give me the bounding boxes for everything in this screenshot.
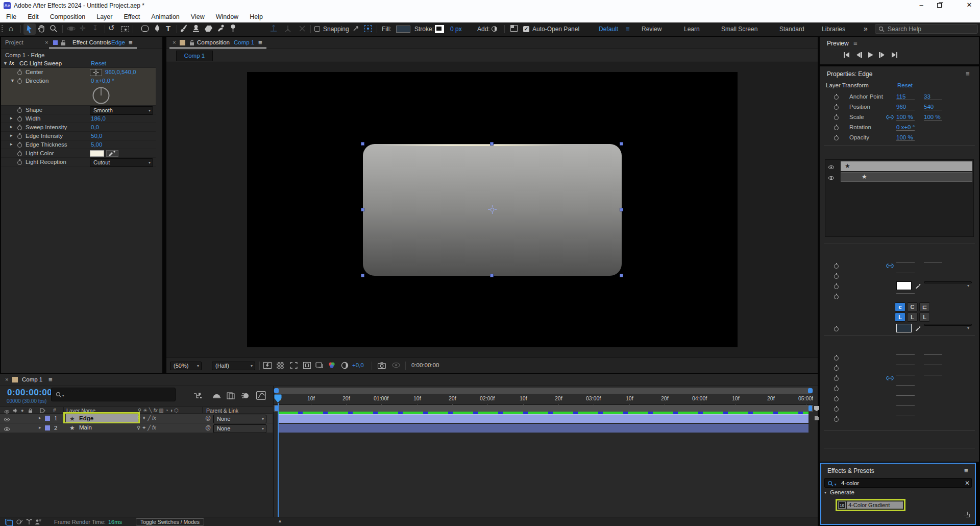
show-snapshot-icon[interactable] [392,362,401,368]
stroke-color-swatch[interactable] [896,281,912,290]
menu-effect[interactable]: Effect [124,13,140,20]
eye-icon[interactable] [4,427,10,431]
comp-marker-bin-icon[interactable] [814,405,820,412]
row-center[interactable]: Center 960,0,540,0 [1,68,156,77]
menu-window[interactable]: Window [216,13,238,20]
value-y[interactable] [924,365,942,365]
effect-reset-link[interactable]: Reset [91,60,106,66]
parent-dropdown[interactable]: None▾ [213,424,266,433]
value-y[interactable] [924,262,942,263]
direction-dial[interactable] [92,86,110,105]
menu-edit[interactable]: Edit [28,13,39,20]
motion-blur-icon[interactable] [241,392,250,399]
property-row[interactable]: Rotation 0 x+0 ° [820,123,979,133]
sweep-intensity-value[interactable]: 0,0 [91,124,99,130]
workspace-small-screen[interactable]: Small Screen [721,26,757,33]
property-row[interactable] [820,261,979,271]
effects-presets-title[interactable]: Effects & Presets [827,467,874,474]
close-button[interactable]: ✕ [962,0,977,11]
effect-header-row[interactable]: ▼ fx CC Light Sweep Reset [1,59,156,68]
line-cap-projecting-button[interactable]: ⊏ [919,302,930,312]
workspace-menu-icon[interactable]: ≡ [626,25,630,33]
minimize-button[interactable]: – [914,0,929,11]
home-icon[interactable]: ⌂ [9,24,13,33]
tab-close-icon[interactable]: × [5,376,9,382]
tab-project-close-icon[interactable]: × [45,39,48,45]
menu-file[interactable]: File [6,13,16,20]
workspace-overflow-icon[interactable]: » [864,25,868,33]
panel-icon[interactable] [510,25,518,32]
value[interactable] [896,405,915,406]
puppet-pin-tool[interactable] [230,24,236,33]
eyedropper-button[interactable] [106,150,118,157]
property-row[interactable] [820,271,979,281]
selection-handle[interactable] [490,142,494,146]
effect-name[interactable]: CC Light Sweep [19,60,62,66]
magnification-dropdown[interactable]: (50%)▾ [170,362,202,370]
property-row-stroke-color[interactable]: ▾ [820,281,979,292]
navigator-start-handle[interactable] [274,388,279,393]
channel-icon[interactable] [328,362,336,369]
menu-composition[interactable]: Composition [50,13,85,20]
property-row[interactable] [820,373,979,384]
property-row[interactable] [820,404,979,414]
selection-handle[interactable] [490,274,494,277]
value[interactable] [896,385,915,386]
play-button[interactable] [868,52,873,58]
view-axis-mode[interactable] [298,24,306,33]
property-row[interactable] [820,353,979,363]
selection-handle[interactable] [361,274,364,277]
property-row[interactable] [820,414,979,424]
value-x[interactable] [896,262,915,263]
value[interactable] [896,293,915,294]
workspace-libraries[interactable]: Libraries [822,26,845,33]
eye-icon[interactable] [4,418,10,421]
panel-menu-icon[interactable]: ≡ [129,39,133,46]
property-row[interactable]: Position 960 540 [820,102,979,112]
row-sweep-intensity[interactable]: ▸ Sweep Intensity 0,0 [1,123,156,132]
panel-menu-icon[interactable]: ≡ [258,39,262,46]
work-area-end-handle[interactable] [808,405,812,411]
snap-to-features-icon[interactable] [364,25,372,32]
eyedropper-icon[interactable] [915,282,921,289]
panel-menu-icon[interactable]: ≡ [48,376,53,384]
tab-timeline-comp[interactable]: Comp 1 [22,376,42,382]
value-x[interactable] [896,365,915,365]
rotation-tool[interactable]: ↺ [108,23,115,33]
value-x[interactable]: 115 [896,93,915,100]
restore-button[interactable] [937,3,942,8]
width-value[interactable]: 186,0 [91,115,106,122]
value-y[interactable]: 540 [924,104,942,110]
collapse-icon[interactable]: ▼ [10,78,15,83]
tab-effect-controls[interactable]: Effect Controls [72,39,111,45]
shape-dropdown[interactable]: Smooth▾ [90,106,153,115]
stroke-width-value[interactable]: 0 px [450,26,462,33]
mask-visibility-icon[interactable] [315,362,324,369]
panel-menu-icon[interactable]: ≡ [853,39,857,47]
clear-search-icon[interactable]: ✕ [965,480,970,487]
layer-out-icon[interactable] [814,415,820,421]
orbit-camera-tool[interactable] [67,25,76,33]
unlock-icon[interactable] [189,40,194,46]
layer-row-main[interactable]: ▸ 2 ★ Main ⚲ ✦ ╱ fx @ None▾ [0,423,273,433]
edge-intensity-value[interactable]: 50,0 [91,133,102,139]
layer-switches[interactable]: ⚲ ✦ ╱ fx [137,425,156,431]
property-row[interactable]: Anchor Point 115 33 [820,92,979,102]
row-edge-intensity[interactable]: ▸ Edge Intensity 50,0 [1,132,156,140]
add-shape-icon[interactable] [492,26,497,32]
parent-dropdown[interactable]: None▾ [213,415,266,423]
row-light-reception[interactable]: Light Reception Cutout▾ [1,158,156,166]
guides-icon[interactable] [303,362,311,369]
draft-icon[interactable] [16,519,23,525]
playhead-line[interactable] [278,403,279,517]
panel-menu-icon[interactable]: ≡ [964,467,968,474]
last-frame-button[interactable] [891,52,898,58]
content-row-rectangle[interactable]: ★ [826,172,972,182]
brush-tool[interactable] [180,24,187,33]
value-x[interactable] [896,375,915,375]
playhead[interactable] [274,394,282,403]
value-y[interactable]: 33 [924,93,942,100]
effect-result-selected[interactable]: 4-Color Gradient [847,501,903,509]
selection-handle[interactable] [361,208,364,211]
local-axis-mode[interactable] [270,24,278,33]
